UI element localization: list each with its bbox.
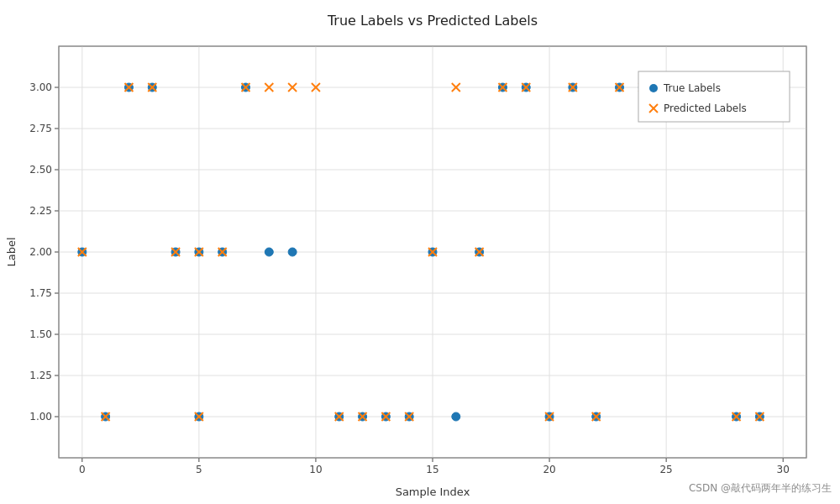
chart-container: 1.001.251.501.752.002.252.502.753.000510… [0, 0, 840, 504]
svg-text:2.75: 2.75 [29, 123, 52, 134]
svg-point-67 [452, 412, 460, 421]
svg-text:1.75: 1.75 [29, 287, 52, 299]
svg-text:Predicted Labels: Predicted Labels [664, 102, 747, 114]
svg-text:True Labels: True Labels [663, 82, 721, 94]
svg-text:30: 30 [777, 464, 790, 475]
svg-text:Label: Label [5, 237, 18, 266]
watermark: CSDN @敲代码两年半的练习生 [689, 481, 832, 496]
svg-text:2.00: 2.00 [29, 246, 52, 258]
svg-text:5: 5 [196, 464, 202, 475]
svg-text:1.25: 1.25 [29, 370, 52, 381]
svg-text:25: 25 [659, 464, 672, 475]
svg-text:0: 0 [79, 464, 86, 475]
chart-svg: 1.001.251.501.752.002.252.502.753.000510… [0, 0, 840, 504]
svg-text:3.00: 3.00 [29, 81, 52, 93]
svg-point-60 [265, 248, 273, 256]
svg-text:Sample Index: Sample Index [396, 486, 470, 498]
svg-point-150 [649, 84, 658, 92]
svg-text:1.50: 1.50 [29, 328, 52, 340]
svg-text:20: 20 [543, 464, 555, 475]
svg-rect-149 [638, 71, 790, 122]
svg-text:2.25: 2.25 [29, 205, 52, 217]
svg-text:1.00: 1.00 [29, 411, 52, 423]
svg-point-61 [288, 248, 297, 256]
svg-text:10: 10 [309, 464, 322, 475]
svg-text:True Labels vs Predicted Label: True Labels vs Predicted Labels [327, 13, 538, 29]
svg-text:2.50: 2.50 [29, 164, 52, 176]
svg-text:15: 15 [426, 464, 438, 475]
